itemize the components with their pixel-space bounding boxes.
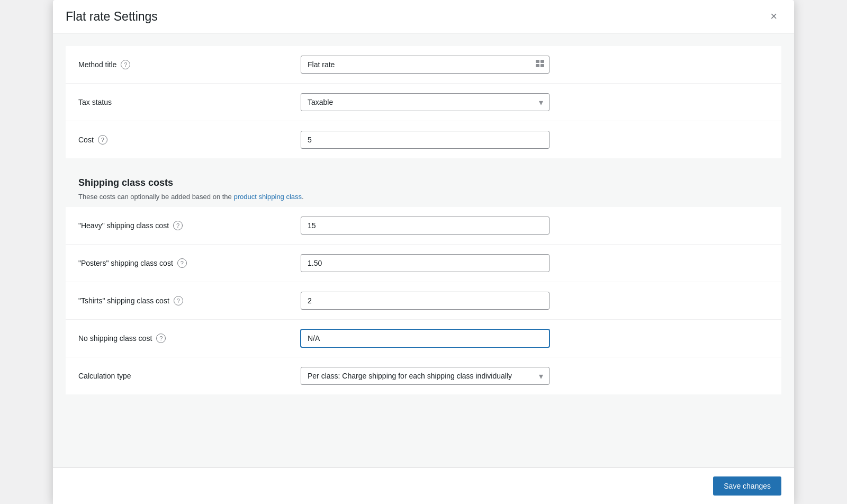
shipping-class-section-title: Shipping class costs [78, 177, 769, 188]
cost-input[interactable] [301, 131, 549, 149]
heavy-label: "Heavy" shipping class cost [78, 221, 169, 230]
modal-body: Method title ? [53, 33, 794, 467]
calculation-type-select[interactable]: Per class: Charge shipping for each ship… [301, 367, 549, 385]
no-shipping-label-group: No shipping class cost ? [78, 334, 301, 343]
heavy-help-icon[interactable]: ? [173, 221, 183, 230]
method-title-help-icon[interactable]: ? [121, 60, 130, 69]
posters-label-group: "Posters" shipping class cost ? [78, 258, 301, 268]
tshirts-label: "Tshirts" shipping class cost [78, 296, 169, 305]
modal-title: Flat rate Settings [66, 10, 158, 24]
section-desc-text-before: These costs can optionally be added base… [78, 193, 233, 201]
product-shipping-class-link[interactable]: product shipping class [233, 193, 302, 201]
svg-rect-0 [536, 60, 539, 63]
close-button[interactable]: × [766, 8, 781, 24]
method-title-input-wrapper [301, 56, 549, 74]
tshirts-shipping-class-row: "Tshirts" shipping class cost ? [66, 282, 781, 320]
modal-footer: Save changes [53, 467, 794, 504]
shipping-class-rows-container: "Heavy" shipping class cost ? "Posters" … [66, 207, 781, 394]
tax-status-control: Taxable None ▾ [301, 93, 549, 111]
posters-input[interactable] [301, 254, 549, 272]
tshirts-label-group: "Tshirts" shipping class cost ? [78, 296, 301, 305]
posters-shipping-class-row: "Posters" shipping class cost ? [66, 245, 781, 282]
no-shipping-label: No shipping class cost [78, 334, 152, 343]
save-changes-button[interactable]: Save changes [713, 476, 781, 496]
no-shipping-control [301, 329, 549, 347]
svg-rect-3 [540, 64, 544, 67]
method-title-control [301, 56, 549, 74]
method-title-row: Method title ? [66, 46, 781, 84]
cost-help-icon[interactable]: ? [98, 135, 107, 145]
tshirts-input[interactable] [301, 292, 549, 310]
cost-label-group: Cost ? [78, 135, 301, 145]
tshirts-help-icon[interactable]: ? [174, 296, 183, 305]
tax-status-label: Tax status [78, 98, 112, 106]
shipping-class-section-header: Shipping class costs These costs can opt… [66, 167, 781, 207]
tax-status-select[interactable]: Taxable None [301, 93, 549, 111]
no-shipping-class-row: No shipping class cost ? [66, 320, 781, 357]
shipping-class-section-desc: These costs can optionally be added base… [78, 193, 769, 201]
tax-status-label-group: Tax status [78, 98, 301, 106]
tax-status-row: Tax status Taxable None ▾ [66, 84, 781, 121]
section-desc-text-after: . [302, 193, 304, 201]
method-title-label: Method title [78, 60, 116, 69]
calculation-type-label-group: Calculation type [78, 372, 301, 380]
method-title-label-group: Method title ? [78, 60, 301, 69]
heavy-shipping-class-row: "Heavy" shipping class cost ? [66, 207, 781, 245]
posters-label: "Posters" shipping class cost [78, 259, 173, 267]
cost-control [301, 131, 549, 149]
flat-rate-settings-modal: Flat rate Settings × Method title ? [53, 0, 794, 504]
calculation-type-row: Calculation type Per class: Charge shipp… [66, 357, 781, 394]
svg-rect-1 [540, 60, 544, 63]
method-title-icon [536, 60, 544, 69]
calculation-type-label: Calculation type [78, 372, 131, 380]
posters-help-icon[interactable]: ? [177, 258, 187, 268]
tax-status-select-wrapper: Taxable None ▾ [301, 93, 549, 111]
cost-label: Cost [78, 136, 94, 144]
posters-control [301, 254, 549, 272]
heavy-label-group: "Heavy" shipping class cost ? [78, 221, 301, 230]
no-shipping-input[interactable] [301, 329, 549, 347]
svg-rect-2 [536, 64, 539, 67]
cost-row: Cost ? [66, 121, 781, 158]
calculation-type-control: Per class: Charge shipping for each ship… [301, 367, 549, 385]
calculation-type-select-wrapper: Per class: Charge shipping for each ship… [301, 367, 549, 385]
method-title-input[interactable] [301, 56, 549, 74]
tshirts-control [301, 292, 549, 310]
no-shipping-help-icon[interactable]: ? [156, 334, 166, 343]
heavy-input[interactable] [301, 217, 549, 235]
heavy-control [301, 217, 549, 235]
modal-header: Flat rate Settings × [53, 0, 794, 33]
